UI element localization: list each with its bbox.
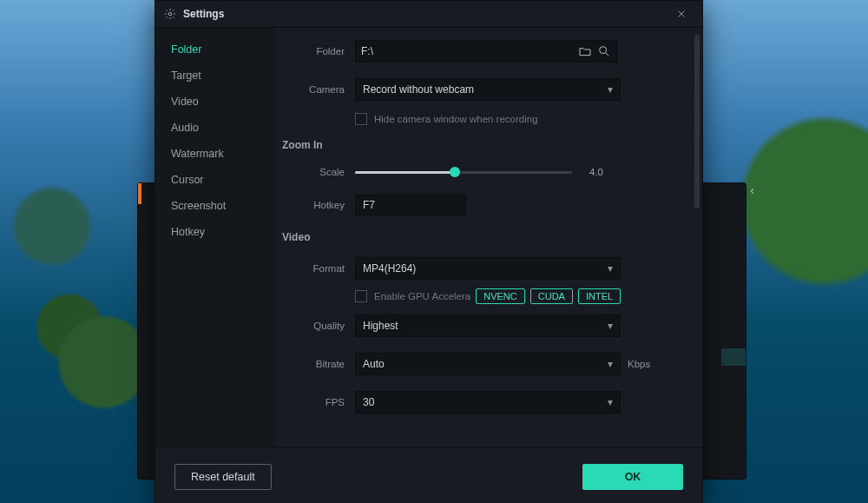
fps-value: 30 — [363, 396, 608, 408]
chevron-down-icon: ▾ — [608, 358, 613, 370]
sidebar-item-cursor[interactable]: Cursor — [155, 167, 275, 193]
svg-point-1 — [600, 47, 607, 54]
zoom-hotkey-value: F7 — [363, 199, 375, 211]
gpu-option-intel[interactable]: INTEL — [578, 288, 621, 304]
zoom-section-title: Zoom In — [282, 139, 676, 151]
gpu-option-cuda[interactable]: CUDA — [530, 288, 573, 304]
sidebar-item-folder[interactable]: Folder — [155, 36, 275, 63]
bitrate-label: Bitrate — [284, 359, 345, 369]
zoom-hotkey-input[interactable]: F7 — [355, 195, 466, 215]
quality-label: Quality — [284, 321, 345, 331]
window-title: Settings — [183, 8, 224, 20]
close-icon — [676, 9, 687, 19]
camera-value: Record without webcam — [363, 83, 608, 96]
sidebar-item-screenshot[interactable]: Screenshot — [155, 193, 275, 219]
folder-label: Folder — [284, 46, 345, 56]
settings-sidebar: FolderTargetVideoAudioWatermarkCursorScr… — [155, 28, 275, 447]
settings-content: Folder F:\ Camera — [275, 28, 692, 447]
gpu-option-nvenc[interactable]: NVENC — [476, 288, 525, 304]
scale-slider[interactable] — [355, 165, 572, 179]
format-label: Format — [284, 263, 345, 274]
quality-select[interactable]: Highest ▾ — [355, 314, 621, 337]
ok-button[interactable]: OK — [582, 464, 683, 490]
reset-default-button[interactable]: Reset default — [174, 464, 272, 490]
bitrate-select[interactable]: Auto ▾ — [355, 353, 621, 375]
browse-folder-icon[interactable] — [578, 44, 592, 58]
svg-point-0 — [168, 12, 172, 16]
camera-select[interactable]: Record without webcam ▾ — [355, 78, 621, 101]
hide-camera-row[interactable]: Hide camera window when recording — [355, 113, 676, 125]
sidebar-item-audio[interactable]: Audio — [155, 115, 275, 141]
gpu-accel-row: Enable GPU Accelera NVENCCUDAINTEL — [355, 290, 676, 302]
scrollbar-thumb[interactable] — [694, 35, 700, 208]
gear-icon — [164, 8, 176, 20]
fps-label: FPS — [284, 397, 345, 407]
chevron-down-icon: ▾ — [608, 83, 613, 96]
camera-label: Camera — [284, 84, 345, 95]
titlebar: Settings — [155, 1, 702, 28]
content-scrollbar[interactable] — [692, 28, 702, 447]
sidebar-item-hotkey[interactable]: Hotkey — [155, 219, 275, 245]
fps-select[interactable]: 30 ▾ — [355, 391, 621, 414]
close-button[interactable] — [669, 2, 694, 26]
hide-camera-label: Hide camera window when recording — [374, 114, 538, 124]
format-value: MP4(H264) — [363, 262, 608, 275]
folder-path-input[interactable]: F:\ — [355, 40, 617, 63]
chevron-down-icon: ▾ — [608, 396, 613, 408]
bitrate-unit: Kbps — [628, 359, 650, 369]
folder-path-value: F:\ — [361, 45, 578, 57]
zoom-hotkey-label: Hotkey — [284, 200, 345, 210]
settings-window: Settings FolderTargetVideoAudioWatermark… — [155, 0, 703, 503]
video-section-title: Video — [282, 231, 676, 243]
gpu-accel-checkbox[interactable] — [355, 290, 367, 302]
format-select[interactable]: MP4(H264) ▾ — [355, 257, 621, 280]
gpu-accel-label: Enable GPU Accelera — [374, 291, 470, 301]
sidebar-item-video[interactable]: Video — [155, 89, 275, 115]
chevron-left-icon: ‹ — [750, 183, 754, 197]
hide-camera-checkbox[interactable] — [355, 113, 367, 125]
chevron-down-icon: ▾ — [608, 262, 613, 275]
chevron-down-icon: ▾ — [608, 320, 613, 332]
slider-knob[interactable] — [450, 167, 460, 177]
quality-value: Highest — [363, 320, 608, 332]
scale-value: 4.0 — [589, 167, 603, 177]
scale-label: Scale — [284, 167, 345, 177]
sidebar-item-target[interactable]: Target — [155, 63, 275, 89]
bitrate-value: Auto — [363, 358, 608, 370]
settings-footer: Reset default OK — [155, 447, 702, 503]
sidebar-item-watermark[interactable]: Watermark — [155, 141, 275, 167]
search-icon[interactable] — [597, 44, 611, 58]
